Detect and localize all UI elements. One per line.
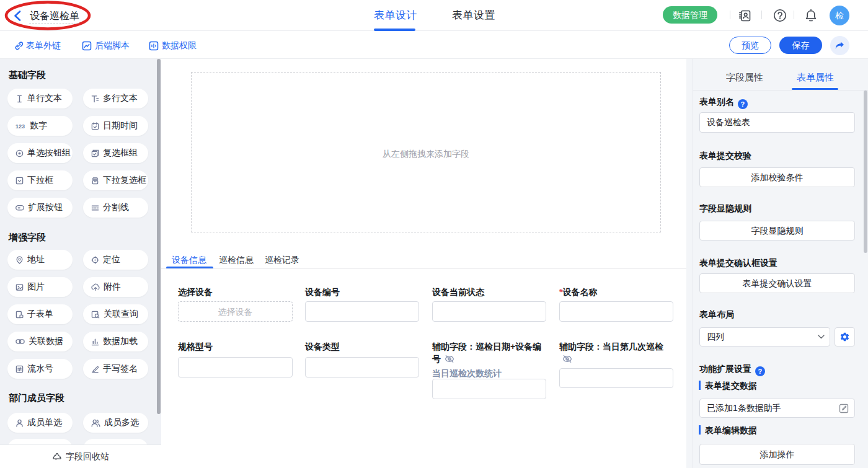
svg-text:123: 123 (16, 123, 25, 130)
